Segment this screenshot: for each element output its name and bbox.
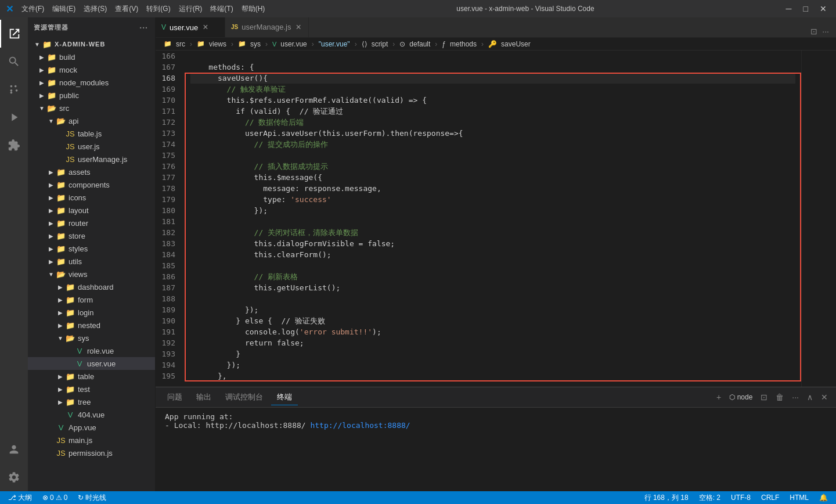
panel-trash-icon[interactable]: 🗑: [773, 391, 786, 403]
bc-default[interactable]: ⊙ default: [397, 40, 433, 48]
code-line: } else { // 验证失败: [190, 315, 795, 326]
menu-select[interactable]: 选择(S): [80, 3, 110, 15]
tree-item-tree[interactable]: ▶ 📁 tree: [28, 395, 155, 408]
bc-sys[interactable]: 📁 sys: [236, 40, 263, 48]
activity-bar-explorer[interactable]: [0, 20, 28, 48]
menu-run[interactable]: 运行(R): [175, 3, 206, 15]
tree-item-router[interactable]: ▶ 📁 router: [28, 217, 155, 229]
tree-item-permission-js[interactable]: ▶ JS permission.js: [28, 447, 155, 459]
code-editor[interactable]: 1661671681691701711721731741751761771781…: [156, 51, 836, 387]
arrow-icon: ▶: [56, 399, 65, 405]
panel-tab-output[interactable]: 输出: [190, 390, 217, 405]
bc-src[interactable]: 📁 src: [161, 40, 188, 48]
tree-item-node-modules[interactable]: ▶ 📁 node_modules: [28, 76, 155, 89]
code-line: type: 'success': [190, 194, 795, 205]
status-encoding[interactable]: UTF-8: [729, 494, 753, 502]
status-notification-icon[interactable]: 🔔: [817, 494, 830, 502]
status-branch[interactable]: ⎇ 大纲: [6, 493, 34, 503]
panel-tab-debug[interactable]: 调试控制台: [219, 390, 269, 405]
tree-item-404-vue[interactable]: ▶ V 404.vue: [28, 408, 155, 421]
tree-item-build[interactable]: ▶ 📁 build: [28, 51, 155, 63]
code-line: [190, 150, 795, 161]
code-content[interactable]: methods: { saveUser(){ // 触发表单验证 this.$r…: [185, 51, 801, 387]
tabs-bar: V user.vue × JS userManage.js × ⊡ ···: [156, 17, 836, 38]
bc-views[interactable]: 📁 views: [194, 40, 229, 48]
activity-bar-settings[interactable]: [0, 463, 28, 491]
split-editor-icon[interactable]: ⊡: [808, 26, 820, 37]
status-spaces[interactable]: 空格: 2: [697, 493, 723, 503]
menu-edit[interactable]: 编辑(E): [49, 3, 79, 15]
tree-item-usermanage-js[interactable]: ▶ JS userManage.js: [28, 153, 155, 165]
menu-terminal[interactable]: 终端(T): [207, 3, 236, 15]
tab-close-icon[interactable]: ×: [295, 22, 302, 33]
tree-item-views[interactable]: ▼ 📂 views: [28, 268, 155, 280]
tab-user-vue[interactable]: V user.vue ×: [156, 17, 225, 37]
tree-item-utils[interactable]: ▶ 📁 utils: [28, 255, 155, 268]
panel-layout-icon[interactable]: ⊡: [758, 391, 770, 403]
tree-item-user-vue[interactable]: ▶ V user.vue: [28, 357, 155, 370]
bc-saveuser[interactable]: 🔑 saveUser: [486, 40, 533, 48]
status-line-ending[interactable]: CRLF: [759, 494, 781, 502]
tree-item-table-js[interactable]: ▶ JS table.js: [28, 127, 155, 140]
tree-item-user-js[interactable]: ▶ JS user.js: [28, 140, 155, 153]
tree-item-dashboard[interactable]: ▶ 📁 dashboard: [28, 280, 155, 293]
code-line: // 数据传给后端: [190, 117, 795, 128]
panel-tab-terminal[interactable]: 终端: [271, 390, 298, 405]
close-button[interactable]: ✕: [816, 3, 830, 15]
activity-bar-run[interactable]: [0, 103, 28, 131]
tab-usermanage-js[interactable]: JS userManage.js ×: [225, 17, 309, 37]
maximize-button[interactable]: □: [800, 3, 812, 15]
bc-script[interactable]: ⟨⟩ script: [359, 40, 391, 48]
status-position[interactable]: 行 168，列 18: [642, 493, 691, 503]
menu-file[interactable]: 文件(F): [18, 3, 48, 15]
tree-item-icons[interactable]: ▶ 📁 icons: [28, 191, 155, 204]
tree-item-nested[interactable]: ▶ 📁 nested: [28, 319, 155, 332]
arrow-icon: ▶: [46, 246, 56, 252]
tree-item-table[interactable]: ▶ 📁 table: [28, 370, 155, 383]
tree-item-sys[interactable]: ▼ 📂 sys: [28, 332, 155, 344]
error-count: 0: [50, 494, 54, 502]
status-errors[interactable]: ⊗ 0 ⚠ 0: [40, 494, 70, 502]
status-language[interactable]: HTML: [787, 494, 811, 502]
folder-icon: 📁: [56, 244, 66, 253]
panel-add-icon[interactable]: +: [714, 391, 723, 403]
activity-bar-source-control[interactable]: [0, 75, 28, 103]
tree-item-test[interactable]: ▶ 📁 test: [28, 383, 155, 395]
tree-item-mock[interactable]: ▶ 📁 mock: [28, 63, 155, 76]
tree-item-components[interactable]: ▶ 📁 components: [28, 178, 155, 191]
tree-item-store[interactable]: ▶ 📁 store: [28, 229, 155, 242]
activity-bar-extensions[interactable]: [0, 131, 28, 159]
local-url-link[interactable]: http://localhost:8888/: [310, 421, 410, 430]
bc-user-vue[interactable]: V user.vue: [270, 40, 309, 48]
sidebar-more-icon[interactable]: ···: [138, 22, 149, 34]
breadcrumb: 📁 src › 📁 views › 📁 sys › V user.vue › "…: [156, 38, 836, 51]
tree-root[interactable]: ▼ 📁 X-ADMIN-WEB: [28, 38, 155, 51]
bc-string-user-vue[interactable]: "user.vue": [316, 40, 352, 48]
bc-methods[interactable]: ƒ methods: [439, 40, 479, 48]
tree-item-api[interactable]: ▼ 📂 api: [28, 114, 155, 127]
menu-view[interactable]: 查看(V): [111, 3, 142, 15]
activity-bar-account[interactable]: [0, 435, 28, 463]
tree-item-form[interactable]: ▶ 📁 form: [28, 293, 155, 306]
panel-more-icon[interactable]: ···: [790, 391, 801, 403]
activity-bar-search[interactable]: [0, 48, 28, 75]
more-tabs-icon[interactable]: ···: [820, 26, 831, 37]
tree-item-styles[interactable]: ▶ 📁 styles: [28, 242, 155, 255]
minimize-button[interactable]: ─: [783, 3, 795, 15]
panel-tab-problems[interactable]: 问题: [161, 390, 188, 405]
menu-goto[interactable]: 转到(G): [143, 3, 174, 15]
status-timeline[interactable]: ↻ 时光线: [75, 493, 109, 503]
tree-item-assets[interactable]: ▶ 📁 assets: [28, 165, 155, 178]
tree-item-app-vue[interactable]: ▶ V App.vue: [28, 421, 155, 434]
tree-item-login[interactable]: ▶ 📁 login: [28, 306, 155, 319]
menu-help[interactable]: 帮助(H): [238, 3, 269, 15]
panel-close-icon[interactable]: ✕: [819, 391, 830, 403]
tree-item-public[interactable]: ▶ 📁 public: [28, 89, 155, 102]
tree-item-role-vue[interactable]: ▶ V role.vue: [28, 344, 155, 357]
tree-item-main-js[interactable]: ▶ JS main.js: [28, 434, 155, 447]
tree-item-layout[interactable]: ▶ 📁 layout: [28, 204, 155, 217]
tree-item-src[interactable]: ▼ 📂 src: [28, 102, 155, 114]
panel-up-icon[interactable]: ∧: [805, 391, 815, 403]
panel-node-icon[interactable]: ⬡ node: [727, 392, 755, 402]
tab-close-icon[interactable]: ×: [201, 22, 209, 33]
